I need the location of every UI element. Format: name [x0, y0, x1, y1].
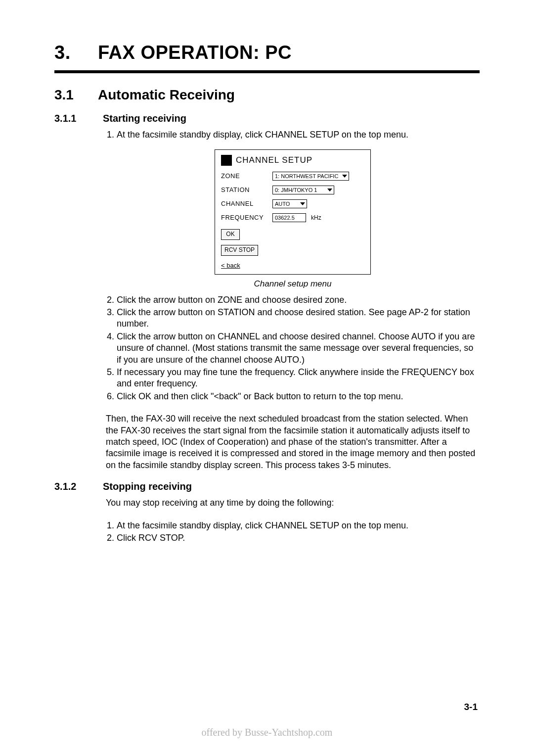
zone-value: 1: NORTHWEST PACIFIC	[275, 173, 338, 180]
zone-label: ZONE	[221, 172, 272, 181]
dialog-header: CHANNEL SETUP	[221, 155, 364, 166]
station-value: 0: JMH/TOKYO 1	[275, 187, 317, 193]
frequency-input[interactable]: 03622.5	[272, 213, 306, 222]
subsection2-number: 3.1.2	[54, 481, 84, 492]
chevron-down-icon	[342, 175, 347, 178]
step1-6: Click OK and then click "<back" or Back …	[117, 391, 480, 402]
chapter-rule	[54, 70, 480, 73]
chevron-down-icon	[327, 189, 332, 191]
step2-1: At the facsimile standby display, click …	[117, 520, 480, 531]
rcv-stop-button[interactable]: RCV STOP	[221, 245, 258, 256]
frequency-label: FREQUENCY	[221, 214, 272, 222]
row-channel: CHANNEL AUTO	[221, 199, 364, 208]
page-number: 3-1	[464, 702, 478, 712]
station-label: STATION	[221, 186, 272, 194]
subsection-title-starting: 3.1.1 Starting receiving	[54, 113, 480, 124]
footer-credit: offered by Busse-Yachtshop.com	[0, 727, 534, 738]
step1-2: Click the arrow button on ZONE and choos…	[117, 294, 480, 306]
chapter-text: FAX OPERATION: PC	[98, 42, 292, 63]
step2-2: Click RCV STOP.	[117, 532, 480, 544]
frequency-unit: kHz	[311, 214, 321, 222]
header-square-icon	[221, 155, 232, 166]
step1-4: Click the arrow button on CHANNEL and ch…	[117, 331, 480, 366]
steps1-top: At the facsimile standby display, click …	[106, 129, 480, 141]
step1-1: At the facsimile standby display, click …	[117, 129, 480, 141]
frequency-value: 03622.5	[275, 214, 295, 221]
subsection1-number: 3.1.1	[54, 113, 84, 124]
row-zone: ZONE 1: NORTHWEST PACIFIC	[221, 172, 364, 181]
dialog-title: CHANNEL SETUP	[236, 155, 312, 166]
steps2: At the facsimile standby display, click …	[106, 520, 480, 544]
subsection1-text: Starting receiving	[103, 113, 186, 124]
section-text: Automatic Receiving	[98, 87, 235, 103]
chapter-number: 3.	[54, 42, 78, 63]
channel-label: CHANNEL	[221, 200, 272, 208]
channel-value: AUTO	[275, 200, 290, 207]
subsection2-text: Stopping receiving	[103, 481, 192, 492]
figure-channel-setup: CHANNEL SETUP ZONE 1: NORTHWEST PACIFIC …	[106, 149, 480, 289]
channel-select[interactable]: AUTO	[272, 199, 307, 208]
stop-intro: You may stop receiving at any time by do…	[106, 497, 480, 509]
row-frequency: FREQUENCY 03622.5 kHz	[221, 213, 364, 222]
figure-caption: Channel setup menu	[106, 279, 480, 289]
ok-button[interactable]: OK	[221, 229, 240, 240]
chevron-down-icon	[300, 202, 305, 205]
chapter-title: 3. FAX OPERATION: PC	[54, 42, 480, 63]
section-title: 3.1 Automatic Receiving	[54, 87, 480, 103]
step1-3: Click the arrow button on STATION and ch…	[117, 307, 480, 330]
zone-select[interactable]: 1: NORTHWEST PACIFIC	[272, 172, 349, 181]
row-station: STATION 0: JMH/TOKYO 1	[221, 186, 364, 194]
station-select[interactable]: 0: JMH/TOKYO 1	[272, 186, 334, 194]
manual-page: 3. FAX OPERATION: PC 3.1 Automatic Recei…	[0, 0, 534, 756]
back-link[interactable]: < back	[221, 262, 364, 270]
channel-setup-dialog: CHANNEL SETUP ZONE 1: NORTHWEST PACIFIC …	[215, 149, 371, 274]
content-block-1: At the facsimile standby display, click …	[106, 129, 480, 471]
content-block-2: You may stop receiving at any time by do…	[106, 497, 480, 544]
steps1-rest: Click the arrow button on ZONE and choos…	[106, 294, 480, 403]
step1-5: If necessary you may fine tune the frequ…	[117, 367, 480, 390]
subsection-title-stopping: 3.1.2 Stopping receiving	[54, 481, 480, 492]
explanation-paragraph: Then, the FAX-30 will receive the next s…	[106, 413, 480, 471]
section-number: 3.1	[54, 87, 78, 103]
